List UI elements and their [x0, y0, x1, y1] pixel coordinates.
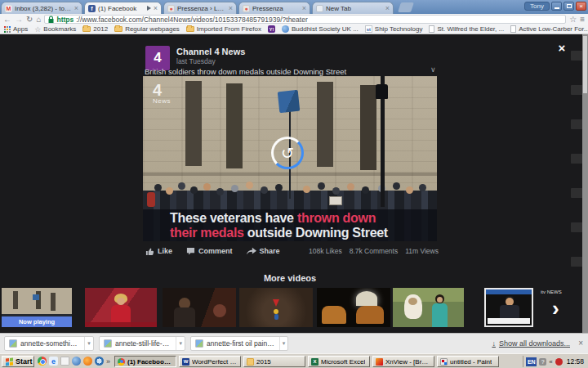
thumbnail-interview[interactable] [163, 288, 236, 327]
bookmarks-shortcut[interactable]: ☆ Bookmarks [34, 25, 76, 34]
chrome-icon[interactable] [38, 357, 47, 366]
bookmark-low-carber[interactable]: Active Low-Carber For... [510, 25, 588, 33]
tab-close-icon[interactable]: × [74, 5, 78, 12]
help-tray-icon[interactable]: ? [539, 358, 546, 366]
tab-facebook[interactable]: f (1) Facebook × [84, 2, 162, 14]
bookmark-yahoo[interactable]: Y! [268, 25, 275, 33]
firefox-icon[interactable] [83, 357, 92, 366]
next-videos-arrow[interactable]: › [552, 296, 559, 321]
tab-close-icon[interactable]: × [385, 5, 390, 12]
video-player[interactable]: 4 News ↺ These veterans have thrown down… [143, 76, 437, 241]
folder-icon [186, 26, 194, 32]
quick-launch: e [38, 357, 104, 366]
home-icon[interactable]: ⌂ [36, 16, 41, 24]
more-videos-heading: More videos [143, 273, 437, 283]
image-file-icon [104, 339, 112, 348]
bookmark-folder-regular[interactable]: Regular webpages [114, 25, 180, 33]
taskbar-window-paint[interactable]: untitled - Paint [437, 356, 499, 367]
hide-tray-icons[interactable]: « [549, 358, 552, 366]
url-scheme: https [56, 16, 74, 24]
tab-new-tab[interactable]: New Tab × [312, 2, 394, 14]
xnview-icon [376, 358, 383, 366]
language-indicator[interactable]: EN [526, 357, 537, 366]
mail-icon[interactable] [60, 357, 69, 366]
download-item[interactable]: annete-still-life-1.JPG ▾ [99, 336, 185, 351]
restore-button[interactable] [564, 2, 574, 11]
taskbar-window-wordperfect[interactable]: W WordPerfect X3 - [D:\My... [179, 356, 241, 367]
tab-close-icon[interactable]: × [229, 5, 233, 12]
browser-globe-icon[interactable] [72, 357, 81, 366]
close-downloads-icon[interactable]: × [578, 339, 583, 348]
safari-icon[interactable] [95, 357, 104, 366]
like-button[interactable]: Like [145, 247, 172, 256]
apps-grid-icon [4, 26, 11, 33]
gmail-icon: M [5, 5, 12, 12]
screen: M Inbox (3,282) - tonyhen1@... × f (1) F… [0, 0, 588, 368]
post-timestamp[interactable]: last Tuesday [176, 57, 216, 65]
comment-button[interactable]: Comment [186, 247, 233, 256]
post-text: British soldiers throw down medals outsi… [145, 67, 422, 76]
bookmark-st-wilfred[interactable]: St. Wilfred the Elder, ... [429, 25, 504, 33]
download-item[interactable]: annette-something.jpg ▾ [4, 336, 94, 351]
sidebar-thumb [571, 257, 583, 267]
thumbnail-night-projection[interactable] [317, 288, 390, 327]
tab-pressenza-login[interactable]: ● Pressenza › Log In × [163, 2, 237, 14]
tab-close-icon[interactable]: × [302, 5, 306, 12]
share-arrow-icon [247, 247, 256, 255]
thumbnail-dog-story[interactable] [393, 288, 464, 327]
quick-launch-overflow-icon[interactable]: » [106, 357, 110, 366]
back-icon[interactable]: ← [3, 16, 11, 24]
address-bar[interactable]: https://www.facebook.com/Channel4News/vi… [44, 15, 566, 24]
minimize-button[interactable] [551, 2, 562, 11]
bookmarks-label: Bookmarks [43, 25, 76, 33]
tab-label: Inbox (3,282) - tonyhen1@... [15, 5, 72, 12]
tab-label: Pressenza › Log In [177, 5, 226, 12]
bookmark-star-icon[interactable]: ☆ [569, 16, 577, 24]
downloads-shelf: annette-something.jpg ▾ annete-still-lif… [0, 333, 588, 353]
new-tab-button[interactable] [398, 2, 414, 12]
download-caret-icon[interactable]: ▾ [84, 337, 93, 350]
page-name[interactable]: Channel 4 News [176, 47, 245, 56]
taskbar-window-folder-2015[interactable]: 2015 [243, 356, 305, 367]
thumbnail-studio[interactable] [85, 288, 157, 327]
navigation-bar: ← → ↻ ⌂ https://www.facebook.com/Channel… [0, 14, 588, 25]
share-button[interactable]: Share [247, 247, 280, 255]
close-window-button[interactable]: × [576, 2, 586, 11]
reload-icon[interactable]: ↻ [26, 16, 33, 24]
download-item[interactable]: annette-first oil painting.JPG ▾ [190, 336, 288, 351]
sidebar-thumb [571, 154, 583, 164]
taskbar-window-excel[interactable]: X Microsoft Excel [308, 356, 370, 367]
bookmark-folder-2012[interactable]: 2012 [82, 25, 108, 33]
tab-pressenza[interactable]: ● Pressenza × [238, 2, 310, 14]
download-caret-icon[interactable]: ▾ [176, 337, 185, 350]
antivirus-tray-icon[interactable] [555, 358, 563, 366]
apps-shortcut[interactable]: Apps [4, 25, 28, 33]
forward-icon[interactable]: → [15, 16, 23, 24]
thumbnail-now-playing[interactable]: Now playing [2, 288, 72, 327]
menu-icon[interactable]: ≡ [580, 16, 585, 24]
yahoo-icon: Y! [268, 25, 275, 33]
bookmark-buddhist-society[interactable]: Buddhist Society UK ... [282, 25, 359, 33]
taskbar-clock[interactable]: 12:58 [565, 357, 584, 366]
thumbnail-news-clip[interactable] [484, 288, 533, 327]
taskbar-window-xnview[interactable]: XnView - [Browser - D:\,... [372, 356, 434, 367]
start-button[interactable]: Start [2, 356, 34, 367]
taskbar-window-facebook[interactable]: (1) Facebook - Googl... [114, 356, 176, 367]
windows-taskbar: Start e » (1) Facebook - Googl... W Word… [0, 353, 588, 368]
page-scrollbar[interactable] [582, 34, 588, 333]
bookmark-ship-technology[interactable]: stShip Technology [365, 25, 423, 33]
sidebar-thumb [571, 51, 583, 61]
profile-button[interactable]: Tony [524, 2, 550, 11]
bookmark-folder-firefox[interactable]: Imported From Firefox [186, 25, 261, 33]
video-lantern [376, 84, 388, 99]
tab-gmail[interactable]: M Inbox (3,282) - tonyhen1@... × [1, 2, 82, 14]
internet-explorer-icon[interactable]: e [49, 357, 58, 366]
sidebar-thumb [571, 188, 583, 198]
close-theater-button[interactable]: × [555, 41, 569, 56]
chevron-down-icon[interactable]: ∨ [430, 65, 436, 74]
download-caret-icon[interactable]: ▾ [279, 337, 287, 350]
thumbnail-field-report[interactable] [239, 288, 313, 327]
show-all-downloads-link[interactable]: ↓ Show all downloads... [492, 339, 570, 348]
tab-close-icon[interactable]: × [154, 5, 158, 12]
windows-logo-icon [6, 357, 13, 366]
